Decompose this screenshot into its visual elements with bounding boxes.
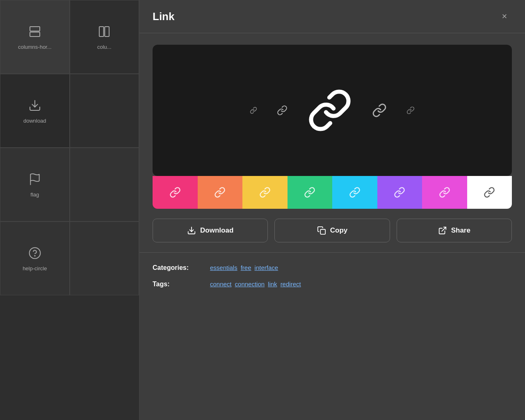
sidebar-item-label: help-circle [23, 265, 47, 272]
copy-btn-icon [317, 226, 326, 235]
svg-rect-3 [105, 27, 110, 37]
sidebar-item-help-circle[interactable]: help-circle [0, 221, 70, 295]
svg-rect-2 [99, 27, 104, 37]
sidebar-item-label: download [23, 118, 46, 124]
tag-connect[interactable]: connect [210, 281, 232, 288]
swatch-green[interactable] [288, 176, 333, 209]
icon-size-lg [307, 88, 352, 133]
tags-label: Tags: [153, 281, 210, 288]
tags-values: connect connection link redirect [210, 281, 301, 288]
sidebar-item-empty [70, 74, 139, 148]
category-interface[interactable]: interface [255, 264, 278, 271]
sidebar-item-label: columns-hor... [18, 44, 52, 50]
copy-btn-label: Copy [330, 226, 348, 235]
share-button[interactable]: Share [397, 219, 512, 242]
icon-size-md [372, 103, 387, 118]
color-swatches [153, 176, 512, 209]
swatch-white[interactable] [467, 176, 512, 209]
copy-button[interactable]: Copy [274, 219, 390, 242]
share-btn-icon [438, 226, 447, 235]
sidebar-item-empty2 [70, 148, 139, 221]
download-btn-icon [187, 226, 196, 235]
modal-title: Link [153, 10, 174, 23]
download-icon [27, 98, 42, 113]
icon-size-xs [250, 107, 257, 114]
close-button[interactable]: × [497, 9, 512, 24]
modal-body: Download Copy Share [139, 33, 525, 252]
sidebar-item-empty3 [70, 221, 139, 295]
sidebar-item-columns[interactable]: colu... [70, 0, 139, 74]
main-panel: Link × [139, 0, 525, 420]
swatch-purple[interactable] [377, 176, 422, 209]
sidebar-item-columns-horizontal[interactable]: columns-hor... [0, 0, 70, 74]
icon-size-xxs [406, 106, 415, 114]
categories-label: Categories: [153, 264, 210, 272]
help-circle-icon [27, 246, 42, 260]
swatch-yellow[interactable] [242, 176, 288, 209]
share-btn-label: Share [451, 226, 470, 235]
svg-rect-9 [320, 229, 325, 234]
sidebar-item-download[interactable]: download [0, 74, 70, 148]
tag-connection[interactable]: connection [235, 281, 265, 288]
categories-row: Categories: essentials free interface [153, 264, 512, 272]
sidebar-item-flag[interactable]: flag [0, 148, 70, 221]
download-button[interactable]: Download [153, 219, 268, 242]
categories-values: essentials free interface [210, 264, 278, 271]
flag-icon [27, 172, 42, 187]
tags-row: Tags: connect connection link redirect [153, 281, 512, 288]
swatch-magenta[interactable] [422, 176, 467, 209]
sidebar-item-label: flag [30, 192, 39, 198]
category-essentials[interactable]: essentials [210, 264, 237, 271]
svg-rect-1 [30, 32, 40, 37]
modal: Link × [139, 0, 525, 420]
tag-redirect[interactable]: redirect [281, 281, 301, 288]
action-buttons: Download Copy Share [153, 219, 512, 242]
sidebar: columns-hor... colu... download [0, 0, 139, 420]
svg-point-6 [29, 247, 40, 258]
columns-icon [97, 24, 112, 39]
svg-line-10 [442, 227, 446, 231]
icon-size-sm [277, 105, 288, 116]
tag-link[interactable]: link [268, 281, 277, 288]
icon-preview-area [153, 45, 512, 176]
swatch-pink[interactable] [153, 176, 198, 209]
swatch-cyan[interactable] [332, 176, 377, 209]
svg-rect-0 [30, 27, 40, 31]
modal-header: Link × [139, 0, 525, 33]
swatch-orange[interactable] [198, 176, 243, 209]
metadata-section: Categories: essentials free interface Ta… [139, 252, 525, 308]
download-btn-label: Download [200, 226, 233, 235]
columns-horizontal-icon [27, 24, 42, 39]
sidebar-item-label: colu... [97, 44, 112, 50]
category-free[interactable]: free [241, 264, 251, 271]
